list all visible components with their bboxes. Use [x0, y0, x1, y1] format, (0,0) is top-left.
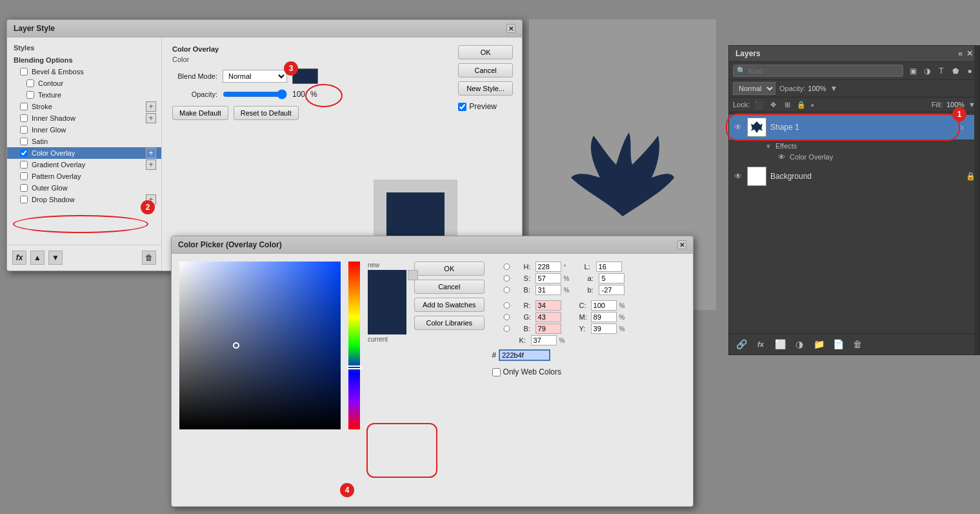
hue-strip[interactable]	[348, 262, 360, 429]
inner-shadow-item[interactable]: Inner Shadow +	[7, 112, 161, 124]
fx-button[interactable]: fx	[12, 251, 26, 265]
texture-checkbox[interactable]	[26, 91, 34, 99]
inner-shadow-plus[interactable]: +	[146, 113, 156, 123]
link-layers-button[interactable]: 🔗	[734, 337, 748, 351]
inner-glow-item[interactable]: Inner Glow	[7, 124, 161, 136]
color-overlay-effect-item[interactable]: 👁 Color Overlay	[761, 151, 979, 163]
opacity-chevron[interactable]: ▼	[830, 84, 838, 93]
color-overlay-plus[interactable]: +	[146, 148, 156, 158]
background-layer-item[interactable]: 👁 Background 🔒	[729, 164, 979, 189]
stroke-plus[interactable]: +	[146, 101, 156, 112]
new-layer-button[interactable]: 📄	[831, 337, 845, 351]
bevel-emboss-checkbox[interactable]	[20, 68, 28, 76]
blend-mode-dropdown[interactable]: Normal	[733, 82, 775, 95]
add-mask-button[interactable]: ⬜	[773, 337, 787, 351]
type-filter-icon[interactable]: T	[935, 65, 947, 77]
satin-item[interactable]: Satin	[7, 136, 161, 147]
color-picker-dialog[interactable]: Color Picker (Overlay Color) ✕ new curre…	[171, 236, 694, 507]
trash-button[interactable]: 🗑	[142, 251, 156, 265]
drop-shadow-item[interactable]: Drop Shadow +	[7, 194, 161, 205]
L-input[interactable]	[596, 262, 622, 272]
stroke-checkbox[interactable]	[20, 103, 28, 110]
sat-input[interactable]	[535, 273, 561, 283]
hex-input[interactable]	[499, 349, 550, 361]
lock-artboard-icon[interactable]: ⊞	[782, 99, 792, 110]
bg-visibility-eye[interactable]: 👁	[733, 171, 743, 181]
color-overlay-item[interactable]: Color Overlay +	[7, 147, 161, 159]
opacity-slider[interactable]	[223, 89, 287, 99]
blue-input[interactable]	[535, 324, 561, 334]
color-swatch[interactable]	[292, 68, 318, 84]
bright-input[interactable]	[535, 285, 561, 295]
lock-pixels-icon[interactable]: ⬛	[754, 99, 764, 110]
outer-glow-item[interactable]: Outer Glow	[7, 182, 161, 194]
hue-input[interactable]	[535, 262, 561, 272]
texture-item[interactable]: Texture	[7, 89, 161, 101]
lock-position-icon[interactable]: ✥	[768, 99, 778, 110]
red-input[interactable]	[535, 300, 561, 311]
cp-add-to-swatches-button[interactable]: Add to Swatches	[414, 298, 485, 312]
collapse-icon[interactable]: «	[958, 49, 963, 58]
hue-strip-container[interactable]	[348, 262, 360, 498]
contour-checkbox[interactable]	[26, 79, 34, 87]
a-input[interactable]	[599, 273, 625, 283]
color-picker-close[interactable]: ✕	[677, 240, 686, 249]
color-overlay-effect-eye[interactable]: 👁	[777, 152, 786, 161]
green-input[interactable]	[535, 312, 561, 322]
shape-filter-icon[interactable]: ⬟	[950, 65, 961, 77]
sat-radio[interactable]	[492, 275, 521, 282]
color-overlay-checkbox[interactable]	[20, 149, 28, 157]
layers-scrollbar[interactable]	[974, 46, 979, 355]
gradient-overlay-checkbox[interactable]	[20, 161, 28, 169]
layer-style-dialog[interactable]: Layer Style ✕ Styles Blending Options Be…	[6, 19, 523, 271]
gradient-overlay-item[interactable]: Gradient Overlay +	[7, 159, 161, 170]
K-input[interactable]	[531, 335, 557, 345]
new-style-button[interactable]: New Style...	[458, 81, 513, 96]
down-button[interactable]: ▼	[48, 251, 63, 265]
drop-shadow-plus[interactable]: +	[146, 194, 156, 205]
panel-menu-icon[interactable]: ✕	[966, 49, 973, 58]
lock-all-icon[interactable]: 🔒	[796, 99, 806, 110]
pattern-overlay-checkbox[interactable]	[20, 172, 28, 180]
preview-checkbox[interactable]	[458, 103, 466, 111]
satin-checkbox[interactable]	[20, 138, 28, 145]
adjustment-filter-icon[interactable]: ◑	[921, 65, 933, 77]
shape1-visibility-eye[interactable]: 👁	[733, 122, 743, 132]
ok-button[interactable]: OK	[458, 45, 513, 59]
pattern-overlay-item[interactable]: Pattern Overlay	[7, 170, 161, 182]
add-adjustment-button[interactable]: ◑	[792, 337, 806, 351]
shape1-layer-item[interactable]: 👁 Shape 1 fx	[729, 115, 979, 139]
copy-icon[interactable]	[408, 270, 418, 280]
reset-default-button[interactable]: Reset to Default	[234, 106, 299, 120]
add-fx-button[interactable]: fx	[754, 337, 768, 351]
cp-color-libraries-button[interactable]: Color Libraries	[414, 316, 485, 330]
close-button[interactable]: ✕	[506, 24, 515, 33]
Y-input[interactable]	[591, 324, 617, 334]
cancel-button[interactable]: Cancel	[458, 63, 513, 77]
make-default-button[interactable]: Make Default	[172, 106, 228, 120]
delete-layer-button[interactable]: 🗑	[850, 337, 865, 351]
M-input[interactable]	[591, 312, 617, 322]
b-input[interactable]	[599, 285, 625, 295]
layers-search-bar[interactable]: 🔍	[733, 65, 903, 77]
outer-glow-checkbox[interactable]	[20, 184, 28, 192]
C-input[interactable]	[591, 300, 617, 311]
blue-radio[interactable]	[492, 325, 521, 332]
opacity-value[interactable]: 100%	[808, 85, 826, 92]
bevel-emboss-item[interactable]: Bevel & Emboss	[7, 66, 161, 77]
gradient-overlay-plus[interactable]: +	[146, 159, 156, 170]
layers-kind-input[interactable]	[748, 67, 787, 75]
contour-item[interactable]: Contour	[7, 77, 161, 89]
blend-mode-select[interactable]: Normal	[223, 70, 287, 83]
cp-cancel-button[interactable]: Cancel	[414, 280, 485, 294]
bright-radio[interactable]	[492, 287, 521, 293]
cp-ok-button[interactable]: OK	[414, 262, 485, 276]
pixel-filter-icon[interactable]: ▣	[907, 65, 919, 77]
up-button[interactable]: ▲	[30, 251, 45, 265]
only-web-colors-checkbox[interactable]	[492, 368, 501, 376]
drop-shadow-checkbox[interactable]	[20, 196, 28, 203]
inner-glow-checkbox[interactable]	[20, 126, 28, 134]
hue-radio[interactable]	[492, 263, 521, 270]
fill-value[interactable]: 100%	[946, 101, 965, 108]
inner-shadow-checkbox[interactable]	[20, 114, 28, 122]
